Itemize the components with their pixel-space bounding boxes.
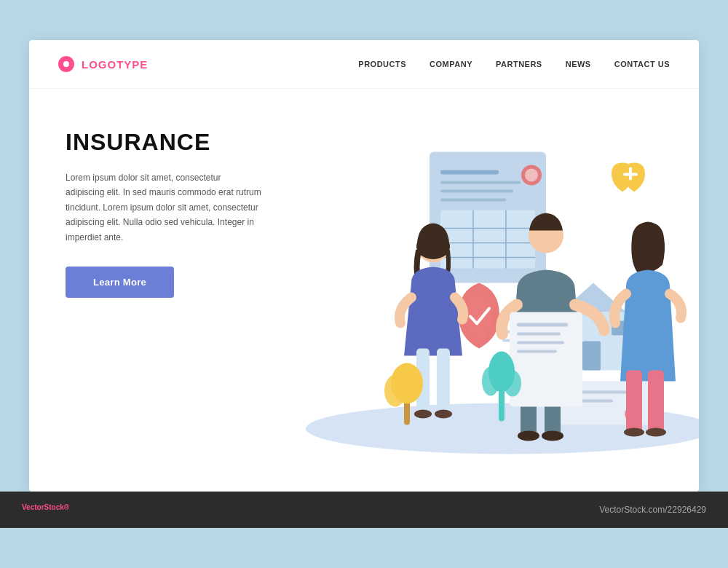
svg-point-35 (435, 410, 452, 419)
svg-rect-33 (437, 349, 450, 414)
nav-partners[interactable]: PARTNERS (496, 60, 542, 68)
svg-rect-6 (440, 210, 535, 269)
logo-area: LOGOTYPE (58, 56, 148, 72)
brand-name: VectorStock (22, 503, 64, 511)
illustration-area (291, 89, 699, 492)
svg-point-49 (624, 428, 644, 437)
svg-rect-48 (648, 371, 664, 433)
svg-rect-44 (517, 342, 564, 344)
svg-rect-45 (517, 350, 557, 353)
svg-rect-4 (440, 190, 513, 193)
svg-rect-5 (440, 199, 506, 202)
svg-rect-43 (517, 333, 561, 336)
main-card: LOGOTYPE PRODUCTS COMPANY PARTNERS NEWS … (29, 40, 699, 492)
learn-more-button[interactable]: Learn More (66, 267, 174, 298)
svg-rect-47 (626, 371, 642, 433)
svg-point-34 (414, 410, 432, 419)
header: LOGOTYPE PRODUCTS COMPANY PARTNERS NEWS … (29, 40, 699, 89)
nav-news[interactable]: NEWS (566, 60, 591, 68)
nav-company[interactable]: COMPANY (430, 60, 472, 68)
svg-rect-3 (440, 181, 521, 184)
svg-point-54 (504, 371, 521, 397)
svg-point-39 (518, 431, 539, 441)
vectorstock-brand: VectorStock® (22, 503, 69, 516)
left-section: INSURANCE Lorem ipsum dolor sit amet, co… (29, 89, 291, 492)
page-title: INSURANCE (66, 129, 262, 156)
hero-description: Lorem ipsum dolor sit amet, consectetur … (66, 170, 262, 245)
svg-point-53 (482, 367, 499, 396)
hero-illustration (291, 89, 699, 492)
svg-rect-42 (517, 323, 568, 327)
svg-point-40 (542, 431, 563, 441)
main-content: INSURANCE Lorem ipsum dolor sit amet, co… (29, 89, 699, 492)
svg-point-50 (646, 428, 666, 437)
svg-point-57 (384, 375, 406, 407)
svg-rect-25 (623, 173, 638, 176)
main-nav: PRODUCTS COMPANY PARTNERS NEWS CONTACT U… (358, 60, 670, 68)
svg-rect-21 (582, 342, 601, 371)
svg-point-13 (525, 169, 538, 182)
trademark-symbol: ® (64, 503, 69, 511)
footer-bar: VectorStock® VectorStock.com/22926429 (0, 492, 728, 528)
logo-text: LOGOTYPE (82, 58, 148, 71)
svg-rect-2 (440, 170, 499, 175)
nav-products[interactable]: PRODUCTS (358, 60, 406, 68)
logo-icon (58, 56, 74, 72)
nav-contact[interactable]: CONTACT US (614, 60, 670, 68)
vectorstock-url: VectorStock.com/22926429 (599, 505, 706, 515)
